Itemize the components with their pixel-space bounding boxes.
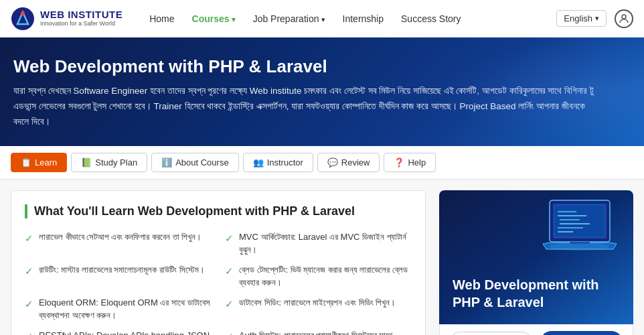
checkmark-icon: ✓ [225,297,234,312]
about-icon: ℹ️ [161,157,172,168]
review-icon: 💬 [327,157,338,168]
course-card-panel: Web Development withPHP & Laravel Online… [439,190,633,335]
language-selector[interactable]: English [556,10,607,27]
learn-icon: 📋 [21,157,31,168]
tab-help-label: Help [408,157,426,168]
list-item: ✓ Eloquent ORM: Eloquent ORM এর সাথে ডাট… [25,296,212,322]
checkmark-icon: ✓ [25,297,33,312]
checkmark-icon: ✓ [225,264,234,279]
course-card: Web Development withPHP & Laravel [439,190,633,324]
logo-subtitle: Innovation for a Safer World [40,21,123,27]
checkmark-icon: ✓ [225,231,234,247]
main-nav: Home Courses Job Preparation Internship … [143,9,556,28]
logo[interactable]: WEB INSTITUTE Innovation for a Safer Wor… [11,7,123,31]
svg-point-2 [21,11,25,15]
language-label: English [564,13,592,23]
list-item: ✓ ডাটাবেস সিডিং: লারাভেলে মাইগ্রেশন এবং … [225,296,412,322]
tab-review-label: Review [341,157,370,168]
tab-learn-label: Learn [35,157,57,168]
svg-point-15 [550,243,610,251]
study-plan-icon: 📗 [81,157,92,168]
mode-bar: Online ✔ Offline [439,324,633,335]
nav-home[interactable]: Home [143,9,181,28]
learn-item-text: MVC আর্কিটেকচার: Laravel এর MVC ডিজাইন প… [239,230,412,257]
tab-about-course[interactable]: ℹ️ About Course [151,153,239,172]
svg-point-4 [622,15,626,19]
learn-item-text: RESTful APIs: Develop APIs handling JSON… [39,329,212,335]
help-icon: ❓ [394,157,404,168]
learn-item-text: রাউটিং: মাস্টার লারাভেলের সমালোচনামূলক র… [39,263,205,277]
header: WEB INSTITUTE Innovation for a Safer Wor… [0,0,644,38]
learn-panel: What You'll Learn Web Development with P… [11,190,426,335]
hero-title: Web Development with PHP & Laravel [13,56,631,77]
tab-review[interactable]: 💬 Review [317,153,380,172]
list-item: ✓ MVC আর্কিটেকচার: Laravel এর MVC ডিজাইন… [225,230,412,257]
laptop-illustration [540,197,627,271]
hero-banner: Web Development with PHP & Laravel যারা … [0,38,644,146]
list-item: ✓ Auth সিস্টেম: লারাভেলের প্রামাণীকরণ সি… [225,329,412,335]
learn-item-text: Auth সিস্টেম: লারাভেলের প্রামাণীকরণ সিস্… [239,329,412,335]
instructor-icon: 👥 [253,157,264,168]
learn-item-text: ব্লেড টেমপ্লেটিং: ভিউ ম্যানেজ করার জন্য … [239,263,412,289]
checkmark-icon: ✓ [25,231,33,247]
online-mode-button[interactable]: Online [449,332,533,335]
checkmark-icon: ✓ [25,264,33,279]
tab-instructor[interactable]: 👥 Instructor [243,153,313,172]
tab-study-plan-label: Study Plan [95,157,137,168]
nav-courses[interactable]: Courses [185,9,242,28]
tab-about-label: About Course [175,157,229,168]
learn-item-text: Eloquent ORM: Eloquent ORM এর সাথে ডাটাব… [39,296,212,322]
list-item: ✓ লারাভেল কীভাবে সেটআপ এবং কনফিগার করবেন… [25,230,212,257]
header-right: English [556,9,633,28]
list-item: ✓ রাউটিং: মাস্টার লারাভেলের সমালোচনামূলক… [25,263,212,289]
hero-description: যারা স্বপ্ন দেখছেন Software Engineer হবে… [13,84,602,130]
list-item: ✓ ব্লেড টেমপ্লেটিং: ভিউ ম্যানেজ করার জন্… [225,263,412,289]
course-card-title: Web Development withPHP & Laravel [453,276,620,311]
checkmark-icon: ✓ [225,330,234,335]
offline-mode-button[interactable]: ✔ Offline [540,331,623,335]
tab-help[interactable]: ❓ Help [384,153,436,172]
main-content: What You'll Learn Web Development with P… [0,180,644,335]
checkmark-icon: ✓ [25,330,33,335]
svg-rect-6 [553,204,607,239]
learn-section-title: What You'll Learn Web Development with P… [25,204,412,218]
tab-instructor-label: Instructor [267,157,303,168]
user-icon[interactable] [615,9,633,28]
logo-title: WEB INSTITUTE [40,9,123,21]
nav-internship[interactable]: Internship [336,9,390,28]
learn-grid: ✓ লারাভেল কীভাবে সেটআপ এবং কনফিগার করবেন… [25,230,412,335]
nav-job-preparation[interactable]: Job Preparation [246,9,332,28]
tabs-bar: 📋 Learn 📗 Study Plan ℹ️ About Course 👥 I… [0,146,644,180]
learn-item-text: ডাটাবেস সিডিং: লারাভেলে মাইগ্রেশন এবং সি… [239,296,396,310]
tab-learn[interactable]: 📋 Learn [11,153,67,172]
tab-study-plan[interactable]: 📗 Study Plan [71,153,147,172]
nav-success-story[interactable]: Success Story [394,9,467,28]
learn-item-text: লারাভেল কীভাবে সেটআপ এবং কনফিগার করবেন ত… [39,230,202,244]
logo-icon [11,7,35,31]
list-item: ✓ RESTful APIs: Develop APIs handling JS… [25,329,212,335]
